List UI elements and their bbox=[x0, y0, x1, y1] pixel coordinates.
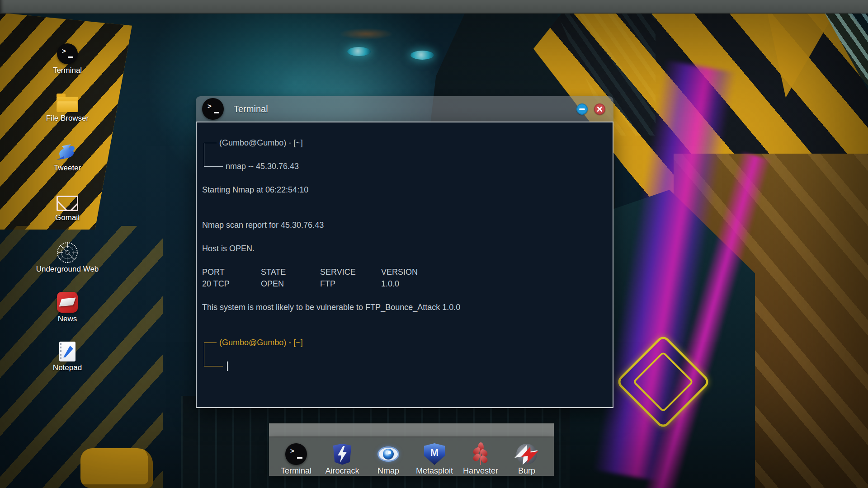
terminal-icon: > bbox=[285, 443, 307, 465]
notepad-icon bbox=[57, 342, 78, 361]
desktop-screen: > Terminal File Browser Tweeter Gomail U… bbox=[0, 0, 868, 488]
dock-item-burp[interactable]: Burp bbox=[504, 437, 549, 476]
window-controls bbox=[576, 103, 605, 115]
prompt-spacer-line bbox=[202, 348, 606, 360]
metasploit-monogram: M bbox=[430, 447, 439, 459]
table-header-version: VERSION bbox=[381, 266, 418, 278]
dock-item-label: Nmap bbox=[377, 466, 399, 476]
bird-icon bbox=[57, 143, 78, 162]
dock-item-label: Burp bbox=[518, 466, 535, 476]
table-cell-service: FTP bbox=[320, 278, 379, 290]
desktop-icon-label: Terminal bbox=[53, 66, 82, 75]
terminal-window-icon: > bbox=[202, 98, 224, 120]
desktop-icon-grid: > Terminal File Browser Tweeter Gomail U… bbox=[31, 43, 104, 391]
folder-icon bbox=[57, 93, 78, 112]
wheat-icon bbox=[470, 443, 491, 465]
dock-item-label: Terminal bbox=[281, 466, 311, 476]
scan-table-row: 20 TCP OPEN FTP 1.0.0 bbox=[202, 278, 606, 290]
flash-icon bbox=[516, 443, 538, 465]
dock-handle[interactable] bbox=[269, 423, 554, 437]
table-header-port: PORT bbox=[202, 266, 259, 278]
shield-m-icon: M bbox=[424, 443, 445, 465]
terminal-titlebar[interactable]: > Terminal bbox=[196, 96, 613, 122]
text-cursor bbox=[227, 361, 228, 371]
minimize-button[interactable] bbox=[576, 103, 588, 115]
eye-icon bbox=[377, 443, 399, 465]
envelope-icon bbox=[57, 192, 78, 211]
prompt-bracket-line bbox=[204, 143, 204, 167]
terminal-icon: > bbox=[57, 43, 78, 64]
terminal-output-line: Host is OPEN. bbox=[202, 243, 606, 254]
dock: > Terminal Airocrack Nmap M Metasploit bbox=[269, 423, 554, 476]
terminal-output-line: Nmap scan report for 45.30.76.43 bbox=[202, 219, 606, 231]
table-cell-state: OPEN bbox=[261, 278, 318, 290]
prompt-bracket-dash bbox=[204, 366, 223, 366]
desktop-icon-label: Gomail bbox=[55, 213, 80, 222]
dock-items: > Terminal Airocrack Nmap M Metasploit bbox=[269, 437, 554, 476]
terminal-prompt-block-active: (Gumbo@Gumbo) - [~] bbox=[202, 337, 606, 372]
prompt-input-line[interactable] bbox=[202, 360, 606, 372]
desktop-icon-label: File Browser bbox=[46, 114, 89, 123]
close-button[interactable] bbox=[594, 103, 605, 115]
top-bar bbox=[0, 0, 868, 14]
dock-item-nmap[interactable]: Nmap bbox=[366, 437, 411, 476]
desktop-icon-file-browser[interactable]: File Browser bbox=[31, 93, 104, 123]
desktop-icon-notepad[interactable]: Notepad bbox=[31, 342, 104, 371]
desktop-icon-underground-web[interactable]: Underground Web bbox=[31, 242, 104, 272]
desktop-icon-news[interactable]: News bbox=[31, 292, 104, 322]
prompt-command-text: nmap -- 45.30.76.43 bbox=[226, 162, 299, 171]
prompt-user-text: (Gumbo@Gumbo) - [~] bbox=[219, 338, 303, 347]
prompt-user-line: (Gumbo@Gumbo) - [~] bbox=[202, 137, 606, 149]
terminal-prompt-block: (Gumbo@Gumbo) - [~] nmap -- 45.30.76.43 bbox=[202, 137, 606, 172]
table-header-state: STATE bbox=[261, 266, 318, 278]
prompt-bracket-dash bbox=[204, 166, 223, 167]
dock-item-metasploit[interactable]: M Metasploit bbox=[412, 437, 457, 476]
dock-item-terminal[interactable]: > Terminal bbox=[274, 437, 319, 476]
spiderweb-icon bbox=[57, 242, 78, 263]
dock-item-label: Airocrack bbox=[325, 466, 359, 476]
terminal-body[interactable]: (Gumbo@Gumbo) - [~] nmap -- 45.30.76.43 … bbox=[196, 122, 613, 408]
prompt-spacer-line bbox=[202, 149, 606, 160]
desktop-icon-label: Notepad bbox=[53, 363, 82, 372]
prompt-bracket-dash bbox=[204, 343, 217, 343]
prompt-bracket-line bbox=[204, 343, 204, 366]
prompt-user-text: (Gumbo@Gumbo) - [~] bbox=[219, 138, 303, 148]
dock-item-label: Harvester bbox=[463, 466, 498, 476]
desktop-icon-gomail[interactable]: Gomail bbox=[31, 192, 104, 222]
scan-table-header-row: PORT STATE SERVICE VERSION bbox=[202, 266, 606, 278]
vulnerability-line: This system is most likely to be vulnera… bbox=[202, 301, 606, 313]
news-icon bbox=[57, 292, 78, 313]
prompt-user-line: (Gumbo@Gumbo) - [~] bbox=[202, 337, 606, 348]
table-header-service: SERVICE bbox=[320, 266, 379, 278]
desktop-icon-label: Tweeter bbox=[54, 164, 81, 173]
terminal-window: > Terminal (Gumbo@Gumbo) - [~] nmap -- 4… bbox=[196, 96, 613, 408]
dock-item-label: Metasploit bbox=[416, 466, 453, 476]
window-title: Terminal bbox=[234, 104, 268, 114]
shield-bolt-icon bbox=[331, 443, 353, 465]
table-cell-version: 1.0.0 bbox=[381, 278, 399, 290]
dock-item-airocrack[interactable]: Airocrack bbox=[320, 437, 365, 476]
desktop-icon-terminal[interactable]: > Terminal bbox=[31, 43, 104, 73]
table-cell-port: 20 TCP bbox=[202, 278, 259, 290]
terminal-output-line: Starting Nmap at 06:22:54:10 bbox=[202, 184, 606, 196]
desktop-icon-tweeter[interactable]: Tweeter bbox=[31, 143, 104, 173]
prompt-command-line: nmap -- 45.30.76.43 bbox=[202, 160, 606, 172]
desktop-icon-label: News bbox=[58, 314, 77, 324]
prompt-bracket-dash bbox=[204, 143, 217, 143]
desktop-icon-label: Underground Web bbox=[36, 265, 99, 274]
dock-item-harvester[interactable]: Harvester bbox=[458, 437, 503, 476]
